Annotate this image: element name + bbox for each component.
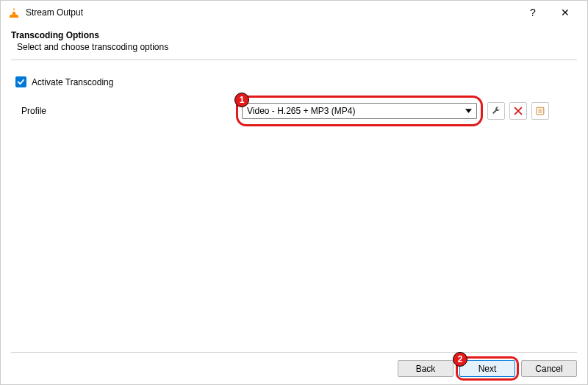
annotation-callout-2: 2 [453,352,467,367]
wrench-icon [491,106,501,116]
chevron-down-icon [465,109,472,113]
edit-profile-button[interactable] [487,102,505,120]
separator [11,60,577,60]
activate-transcoding-label: Activate Transcoding [32,77,113,87]
new-profile-button[interactable] [531,102,549,120]
cancel-button[interactable]: Cancel [521,360,577,377]
bottom-separator [11,352,577,353]
activate-transcoding-checkbox[interactable] [15,76,26,87]
new-profile-icon [535,106,545,116]
back-button[interactable]: Back [398,360,453,377]
profile-dropdown-value: Video - H.265 + MP3 (MP4) [247,106,356,116]
titlebar: Stream Output ? ✕ [1,1,587,24]
close-button[interactable]: ✕ [549,2,581,23]
section-title: Transcoding Options [11,30,577,40]
help-button[interactable]: ? [517,2,549,23]
delete-profile-button[interactable] [509,102,527,120]
delete-icon [513,106,523,116]
window-title: Stream Output [26,7,83,18]
profile-label: Profile [21,106,242,116]
section-subtitle: Select and choose transcoding options [17,42,577,52]
profile-dropdown[interactable]: Video - H.265 + MP3 (MP4) [242,103,477,119]
next-button[interactable]: Next [459,360,515,377]
annotation-callout-1: 1 [234,93,249,107]
vlc-logo-icon [8,7,20,18]
